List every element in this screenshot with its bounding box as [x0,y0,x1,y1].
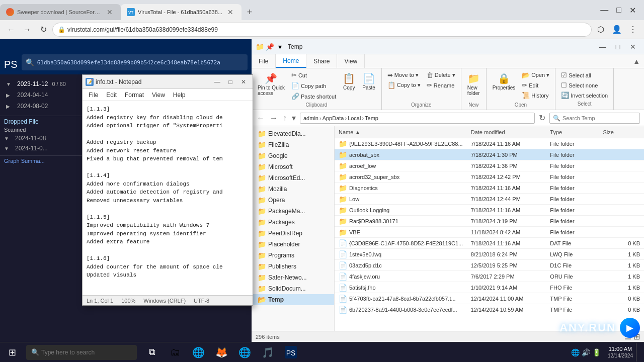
breadcrumb-appdata[interactable]: AppData [323,115,344,121]
settings-button[interactable]: ⋮ [626,23,640,37]
ribbon-tab-home[interactable]: Home [276,54,306,68]
chrome-taskbar-icon[interactable]: 🌐 [233,342,256,363]
copy-to-button[interactable]: 📋 Copy to ▾ [385,80,423,90]
nav-folder-packagema[interactable]: 📁 PackageMa... [252,206,334,217]
notepad-maximize[interactable]: □ [224,77,236,87]
refresh-button[interactable]: ↻ [538,112,546,124]
anyrun-play-button[interactable]: ▶ [620,318,640,338]
notepad-menu-format[interactable]: Format [121,90,148,100]
search-box[interactable]: 🔍 [549,113,640,124]
address-bar[interactable]: 🔒 virustotal.com/gui/file/61dba350a638d0… [52,23,592,37]
taskbar-search-input[interactable] [41,349,127,356]
browser-minimize[interactable]: — [598,4,610,17]
col-name[interactable]: Name ▲ [339,129,471,135]
new-folder-button[interactable]: 📁 Newfolder [464,70,483,98]
explorer-back[interactable]: ← [256,113,266,124]
nav-folder-safernetwo[interactable]: 📁 Safer-Netwo... [252,272,334,283]
file-row[interactable]: 📄5f4703fb-ca21-47a8-8caf-6b7a22cfb057.t.… [335,293,644,304]
explorer-up[interactable]: ↑ [282,113,288,124]
explorer-close[interactable]: ✕ [626,40,640,54]
breadcrumb-admin[interactable]: admin [303,115,318,121]
col-date[interactable]: Date modified [471,129,550,135]
select-all-button[interactable]: ☑ Select all [558,70,610,80]
taskbar-search[interactable]: 🔍 [26,345,137,360]
paste-shortcut-button[interactable]: 🔗 Paste shortcut [289,92,339,101]
browser-maximize[interactable]: □ [614,4,623,17]
paste-button[interactable]: 📄 Paste [359,70,378,93]
search-input[interactable] [562,115,636,121]
breadcrumb-temp[interactable]: Temp [365,115,378,121]
nav-folder-publishers[interactable]: 📁 Publishers [252,261,334,272]
pin-to-quick-access-button[interactable]: 📌 Pin to Quickaccess [255,70,288,98]
explorer-taskbar-icon[interactable]: 🗂 [164,342,186,363]
col-type[interactable]: Type [550,129,603,135]
cut-button[interactable]: ✂ Cut [289,70,339,80]
file-row[interactable]: 📁Outlook Logging 7/18/2024 11:16 AM File… [335,205,644,216]
explorer-minimize[interactable]: — [596,40,610,54]
new-tab-button[interactable]: + [242,4,258,20]
profile-button[interactable]: 👤 [610,23,624,37]
file-row[interactable]: 📁acrord32_super_sbx 7/18/2024 12:42 PM F… [335,171,644,183]
rename-button[interactable]: ✏ Rename [424,80,458,90]
file-row[interactable]: 📄5atisfsj.fho 1/10/2021 9:14 AM FHO File… [335,282,644,293]
nav-folder-mozilla[interactable]: 📁 Mozilla [252,184,334,195]
nav-folder-placeholder[interactable]: 📁 Placeholder [252,239,334,250]
ribbon-tab-file[interactable]: File [252,54,276,68]
browser-close[interactable]: ✕ [627,4,638,17]
task-view-button[interactable]: ⧉ [141,342,163,363]
move-to-button[interactable]: ➡ Move to ▾ [385,70,423,80]
ribbon-tab-view[interactable]: View [337,54,365,68]
explorer-maximize[interactable]: □ [611,40,625,54]
file-row[interactable]: 📄6b720237-8a91-4400-b008-3e0c7ec7ecdf...… [335,304,644,315]
reload-button[interactable]: ↻ [36,23,50,37]
select-none-button[interactable]: ☐ Select none [558,80,610,90]
notepad-minimize[interactable]: — [211,77,223,87]
edit-button[interactable]: ✏ Edit [519,80,552,90]
col-size[interactable]: Size [603,129,640,135]
file-row[interactable]: 📁acrobat_sbx 7/18/2024 1:30 PM File fold… [335,149,644,160]
invert-selection-button[interactable]: 🔄 Invert selection [558,90,610,100]
copy-button[interactable]: 📋 Copy [340,70,358,93]
breadcrumb[interactable]: admin › AppData › Local › Temp [300,113,535,124]
firefox-taskbar-icon[interactable]: 🦊 [210,342,232,363]
notepad-close[interactable]: ✕ [237,77,250,87]
ribbon-collapse[interactable]: ▲ [633,57,640,65]
notepad-menu-view[interactable]: View [148,90,169,100]
nav-folder-peerdistrep[interactable]: 📁 PeerDistRep [252,228,334,239]
file-row[interactable]: 📄03azxl5p.d1c 12/5/2019 5:25 PM D1C File… [335,260,644,271]
nav-folder-microsoft[interactable]: 📁 Microsoft [252,161,334,172]
nav-folder-filezilla[interactable]: 📁 FileZilla [252,139,334,150]
nav-folder-opera[interactable]: 📁 Opera [252,195,334,206]
nav-folder-google[interactable]: 📁 Google [252,150,334,161]
file-row[interactable]: 📄1stex5e0.lwq 8/21/2018 6:24 PM LWQ File… [335,249,644,260]
delete-button[interactable]: 🗑 Delete ▾ [424,70,458,80]
nav-folder-microsofted[interactable]: 📁 MicrosoftEd... [252,172,334,184]
forward-button[interactable]: → [20,23,34,37]
file-row[interactable]: 📁Rar$DRa988.30171 7/18/2024 3:19 PM File… [335,216,644,227]
nav-folder-temp[interactable]: 📂 Temp [252,294,334,305]
breadcrumb-local[interactable]: Local [348,115,361,121]
notepad-content[interactable]: [1.1.3] Added registry key for disabling… [83,101,253,295]
back-button[interactable]: ← [4,23,18,37]
notepad-menu-edit[interactable]: Edit [102,90,121,100]
tab-virustotal[interactable]: VT VirusTotal - File - 61dba350a638... ✕ [121,4,242,20]
notepad-menu-help[interactable]: Help [169,90,190,100]
file-row[interactable]: 📄4faskjew.oru 7/6/2017 2:29 PM ORU File … [335,271,644,282]
notepad-menu-file[interactable]: File [85,90,102,100]
file-row[interactable]: 📄{C3D8E96E-C1AF-4750-8D52-F4E28119C1... … [335,238,644,249]
copy-path-button[interactable]: 📄 Copy path [289,81,339,90]
nav-folder-elevateddia[interactable]: 📁 ElevatedDia... [252,128,334,139]
start-button[interactable]: ⊞ [0,342,24,363]
file-row[interactable]: 📁Diagnostics 7/18/2024 11:16 AM File fol… [335,183,644,194]
tab-sweeper[interactable]: Sweeper download | SourceForg... ✕ [0,4,121,20]
properties-button[interactable]: 🔒 Properties [490,70,519,93]
terminal-taskbar-icon[interactable]: PS [280,342,302,363]
file-row[interactable]: 📁Low 7/18/2024 12:44 PM File folder [335,194,644,205]
history-button[interactable]: 📜 History [519,90,552,100]
ribbon-tab-share[interactable]: Share [306,54,337,68]
explorer-recent[interactable]: ▾ [291,112,297,124]
show-desktop-button[interactable] [636,343,639,361]
explorer-forward[interactable]: → [269,113,279,124]
music-taskbar-icon[interactable]: 🎵 [257,342,279,363]
nav-folder-packages[interactable]: 📁 Packages [252,217,334,228]
